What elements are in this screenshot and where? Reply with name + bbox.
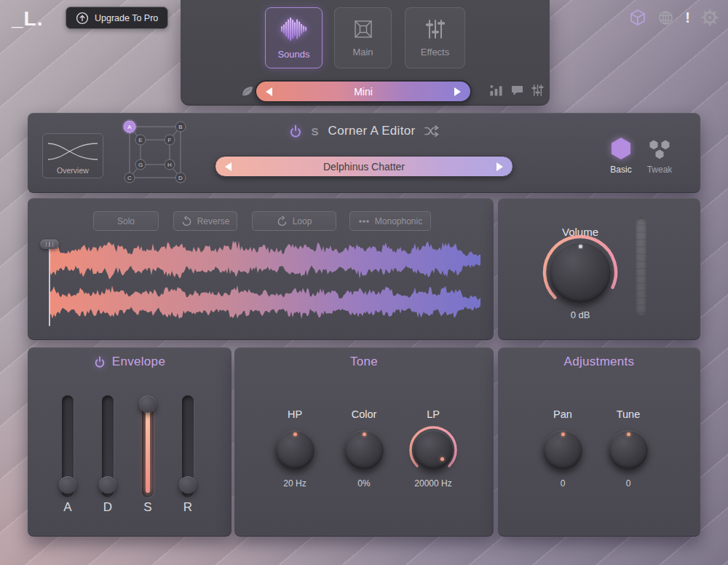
tab-main-label: Main: [352, 47, 373, 58]
svg-text:F: F: [168, 137, 172, 143]
monophonic-button-label: Monophonic: [375, 216, 422, 226]
chat-bubble-icon[interactable]: [510, 84, 524, 97]
volume-panel: Volume 0 dB: [498, 198, 700, 340]
bar-chart-icon[interactable]: [489, 84, 503, 97]
lp-knob[interactable]: [408, 424, 459, 475]
hp-indicator-dot: [293, 432, 297, 436]
sample-waveform-panel: Solo Reverse Loop Monophonic: [28, 198, 494, 340]
envelope-title: Envelope: [112, 355, 165, 369]
release-thumb[interactable]: [179, 476, 197, 494]
decay-slider[interactable]: [98, 395, 117, 497]
preset-selector[interactable]: Mini: [255, 80, 472, 103]
color-indicator-dot: [363, 432, 366, 436]
sample-waveform[interactable]: [50, 238, 480, 327]
svg-text:G: G: [138, 162, 143, 168]
monophonic-button[interactable]: Monophonic: [349, 211, 431, 231]
sample-start-line: [49, 248, 50, 326]
mixer-icon[interactable]: [531, 84, 544, 97]
loop-button-label: Loop: [293, 216, 312, 226]
tone-title: Tone: [234, 355, 494, 369]
tune-value: 0: [596, 478, 661, 489]
hp-value: 20 Hz: [262, 478, 328, 489]
sustain-thumb[interactable]: [139, 395, 157, 413]
pan-knob-group: Pan 0: [530, 408, 596, 489]
lp-value: 20000 Hz: [400, 478, 466, 489]
hp-knob-body: [275, 430, 314, 470]
corner-node-f[interactable]: F: [165, 135, 175, 145]
mode-basic-label: Basic: [610, 165, 631, 175]
sample-next-icon[interactable]: [496, 162, 503, 171]
solo-button-label: Solo: [117, 216, 135, 226]
attack-thumb[interactable]: [59, 476, 76, 494]
tab-effects-label: Effects: [421, 47, 450, 58]
attack-slider[interactable]: [58, 395, 77, 497]
pan-knob[interactable]: [537, 424, 588, 475]
basic-hexagon-icon: [612, 138, 630, 159]
solo-indicator[interactable]: S: [312, 125, 319, 138]
pan-value: 0: [530, 478, 596, 489]
leaf-icon[interactable]: [240, 84, 253, 98]
alert-icon[interactable]: !: [685, 9, 690, 26]
loop-button[interactable]: Loop: [252, 211, 336, 231]
upgrade-to-pro-button[interactable]: Upgrade To Pro: [66, 7, 168, 29]
shuffle-icon[interactable]: [424, 125, 439, 137]
sample-name: Delphinus Chatter: [215, 161, 513, 173]
adjustments-title: Adjustments: [498, 355, 700, 369]
reverse-button[interactable]: Reverse: [173, 211, 237, 231]
svg-text:C: C: [127, 175, 132, 181]
release-label: R: [178, 500, 197, 515]
preset-prev-icon[interactable]: [266, 87, 272, 96]
gear-icon[interactable]: [701, 9, 719, 26]
corner-cube-diagram[interactable]: A B E F G: [118, 119, 192, 187]
decay-thumb[interactable]: [99, 476, 116, 494]
tab-main[interactable]: Main: [334, 7, 392, 68]
envelope-power-icon[interactable]: [94, 356, 106, 368]
corner-node-h[interactable]: H: [165, 159, 175, 170]
corner-node-g[interactable]: G: [135, 159, 146, 170]
color-knob-group: Color 0%: [331, 408, 397, 489]
dots-icon: [358, 219, 370, 224]
reverse-icon: [181, 216, 192, 226]
sustain-fill: [146, 406, 150, 493]
waveform-bars-icon: [281, 16, 307, 42]
editor-title-row: S Corner A Editor: [218, 122, 510, 140]
upgrade-arrow-icon: [76, 12, 89, 25]
corner-node-a[interactable]: A: [122, 119, 138, 135]
sample-selector[interactable]: Delphinus Chatter: [215, 156, 513, 177]
upgrade-label: Upgrade To Pro: [95, 13, 158, 23]
solo-button[interactable]: Solo: [93, 211, 159, 231]
mode-basic[interactable]: Basic: [604, 138, 638, 175]
preset-tool-icons: [489, 84, 544, 97]
header-icon-row: !: [629, 8, 719, 27]
overview-button[interactable]: Overview: [42, 133, 103, 178]
tab-sounds[interactable]: Sounds: [265, 7, 323, 68]
sample-start-handle[interactable]: [40, 240, 59, 249]
hp-knob-group: HP 20 Hz: [262, 408, 328, 489]
package-icon[interactable]: [629, 9, 646, 26]
preset-next-icon[interactable]: [454, 87, 461, 96]
tab-sounds-label: Sounds: [277, 49, 309, 60]
corner-node-c[interactable]: C: [124, 173, 135, 183]
corner-node-d[interactable]: D: [175, 173, 186, 183]
sustain-slider[interactable]: [138, 395, 157, 497]
svg-text:E: E: [138, 137, 142, 143]
corner-node-b[interactable]: B: [175, 122, 186, 132]
svg-text:D: D: [178, 175, 183, 181]
svg-text:H: H: [167, 162, 172, 168]
loop-icon: [277, 216, 288, 226]
lp-label: LP: [400, 408, 466, 420]
color-knob[interactable]: [339, 424, 389, 475]
mode-tweak[interactable]: Tweak: [641, 140, 678, 175]
tune-knob[interactable]: [603, 424, 654, 475]
power-icon[interactable]: [289, 125, 302, 138]
corner-node-e[interactable]: E: [135, 135, 146, 145]
hp-knob[interactable]: [269, 424, 320, 475]
sample-prev-icon[interactable]: [225, 162, 232, 171]
attack-label: A: [58, 500, 77, 515]
globe-icon[interactable]: [657, 9, 674, 26]
tab-effects[interactable]: Effects: [405, 7, 465, 68]
volume-knob[interactable]: [537, 229, 624, 316]
top-nav-panel: Sounds Main Effect: [181, 0, 550, 106]
level-meter: [636, 217, 646, 315]
release-slider[interactable]: [178, 395, 197, 497]
